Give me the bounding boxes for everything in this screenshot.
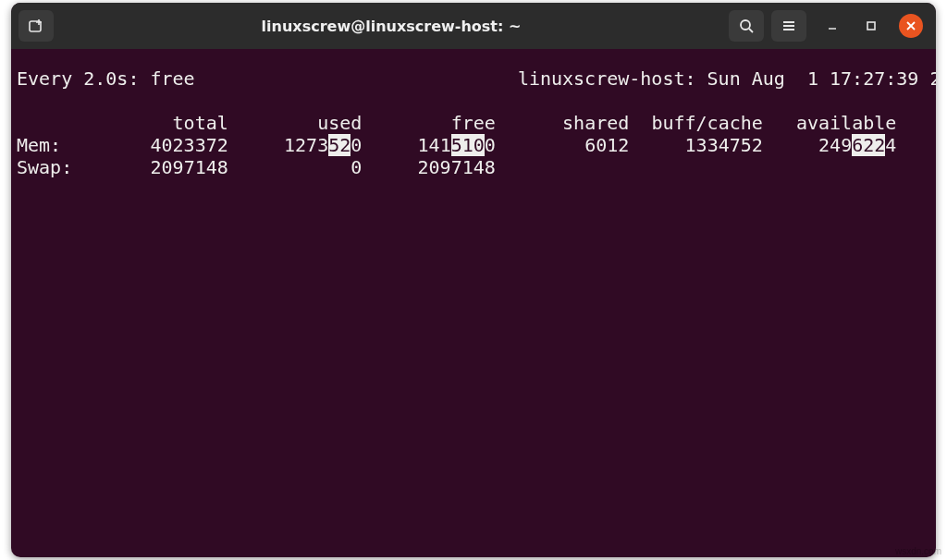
mem-buffcache: 1334752 [685,134,763,156]
search-button[interactable] [729,10,764,42]
mem-avail-hl: 622 [852,134,885,156]
mem-label: Mem: [17,134,61,156]
close-icon [905,20,916,31]
watch-command: free [151,67,195,90]
maximize-button[interactable] [860,15,882,37]
mem-avail-post: 4 [885,134,896,156]
search-icon [738,18,755,34]
header-shared: shared [562,112,629,134]
menu-button[interactable] [771,10,806,42]
minimize-icon [827,20,838,31]
header-buffcache: buff/cache [651,112,762,134]
mem-used-pre: 1273 [284,134,328,156]
watch-hostinfo: linuxscrew-host: Sun Aug 1 17:27:39 2021 [518,67,936,90]
terminal-window: linuxscrew@linuxscrew-host: ~ [11,3,936,557]
swap-free: 2097148 [418,156,496,178]
mem-used-hl: 52 [328,134,351,156]
mem-avail-pre: 249 [818,134,852,156]
mem-free-hl: 510 [451,134,485,156]
swap-label: Swap: [17,156,72,178]
watermark: wsxdn.com [895,546,941,556]
header-total: total [173,112,228,134]
header-available: available [796,112,896,134]
watch-interval: Every 2.0s: [17,67,139,90]
swap-used: 0 [351,156,362,178]
titlebar: linuxscrew@linuxscrew-host: ~ [11,3,936,49]
mem-shared: 6012 [584,134,629,156]
header-used: used [317,112,362,134]
terminal-output[interactable]: Every 2.0s: free linuxscrew-host: Sun Au… [11,49,936,184]
header-free: free [451,112,496,134]
maximize-icon [866,20,877,31]
window-controls [821,14,923,38]
svg-rect-9 [867,22,875,30]
hamburger-icon [781,18,797,34]
mem-used-post: 0 [351,134,362,156]
new-tab-icon [28,18,44,34]
svg-point-3 [741,20,750,30]
mem-free-post: 0 [485,134,496,156]
new-tab-button[interactable] [18,10,54,42]
mem-free-pre: 141 [418,134,451,156]
minimize-button[interactable] [821,15,843,37]
window-title: linuxscrew@linuxscrew-host: ~ [61,18,721,35]
swap-total: 2097148 [151,156,228,178]
svg-line-4 [749,29,753,32]
close-button[interactable] [899,14,923,38]
mem-total: 4023372 [151,134,228,156]
